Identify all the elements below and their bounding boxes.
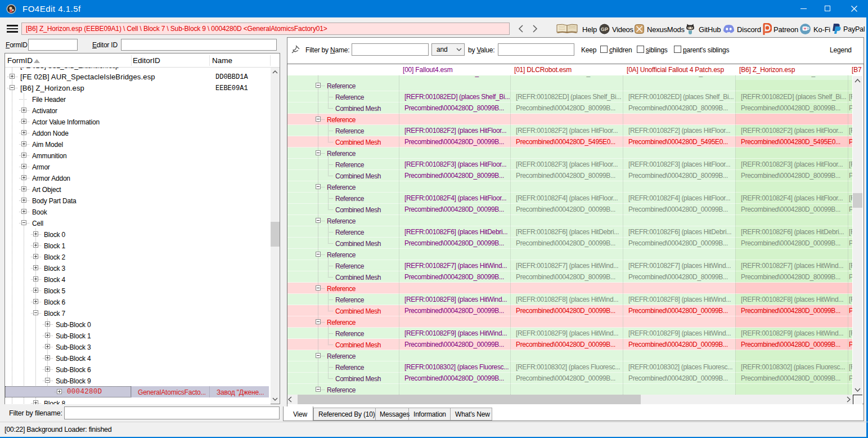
svg-text:GP: GP xyxy=(601,26,608,32)
